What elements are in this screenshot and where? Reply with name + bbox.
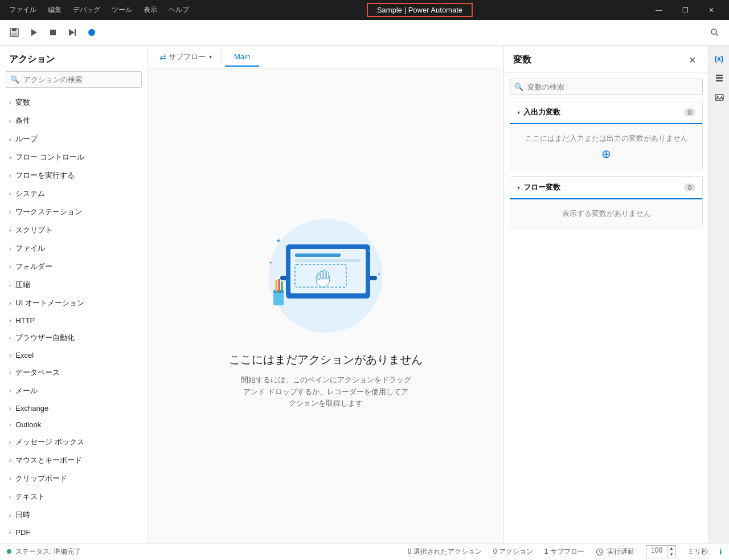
right-rail: {x}	[708, 46, 729, 543]
action-item-flow-control[interactable]: › フロー コントロール	[0, 148, 148, 166]
maximize-button[interactable]: ❐	[672, 0, 698, 20]
run-button[interactable]	[25, 24, 42, 41]
variables-close-button[interactable]: ✕	[685, 54, 699, 67]
app-container: アクション 🔍 › 変数 › 条件 › ループ ›	[0, 20, 729, 560]
action-label: フロー コントロール	[15, 152, 84, 162]
delay-value[interactable]: 100	[646, 546, 667, 558]
flow-section-title: フロー変数	[523, 182, 684, 193]
svg-text:✦: ✦	[269, 260, 273, 265]
action-label: クリップボード	[15, 473, 67, 484]
chevron-icon: ›	[9, 282, 11, 288]
action-item-run-flow[interactable]: › フローを実行する	[0, 166, 148, 185]
action-label: PDF	[15, 528, 30, 537]
chevron-icon: ›	[9, 529, 11, 536]
flow-count-badge: 0	[684, 183, 695, 191]
action-item-folder[interactable]: › フォルダー	[0, 257, 148, 276]
menu-tools[interactable]: ツール	[107, 3, 137, 17]
menu-help[interactable]: ヘルプ	[164, 3, 194, 17]
tab-main[interactable]: Main	[225, 48, 259, 67]
empty-title: ここにはまだアクションがありません	[229, 352, 423, 367]
delay-increment-button[interactable]: ▲	[667, 546, 675, 551]
actions-list: › 変数 › 条件 › ループ › フロー コントロール › フローを実行す	[0, 93, 148, 543]
record-button[interactable]	[83, 24, 100, 41]
action-item-loop[interactable]: › ループ	[0, 130, 148, 148]
actions-search-input[interactable]	[6, 71, 142, 88]
variables-search-icon: 🔍	[514, 83, 523, 91]
svg-text:✦: ✦	[276, 237, 281, 245]
menu-view[interactable]: 表示	[139, 3, 162, 17]
action-item-mail[interactable]: › メール	[0, 382, 148, 400]
svg-point-7	[88, 29, 95, 36]
svg-rect-31	[716, 75, 723, 76]
delay-decrement-button[interactable]: ▼	[667, 552, 675, 558]
main-layout: アクション 🔍 › 変数 › 条件 › ループ ›	[0, 46, 729, 543]
layers-rail-button[interactable]	[711, 70, 728, 87]
action-item-script[interactable]: › スクリプト	[0, 221, 148, 239]
action-item-outlook[interactable]: › Outlook	[0, 416, 148, 433]
chevron-icon: ›	[9, 173, 11, 179]
action-item-text[interactable]: › テキスト	[0, 488, 148, 506]
action-label: データベース	[15, 367, 60, 378]
svg-rect-19	[323, 270, 326, 279]
action-label: ファイル	[15, 243, 45, 254]
action-item-database[interactable]: › データベース	[0, 363, 148, 382]
action-item-datetime[interactable]: › 日時	[0, 506, 148, 524]
toolbar-search-button[interactable]	[706, 24, 723, 41]
action-label: マウスとキーボード	[15, 455, 82, 465]
action-item-conditions[interactable]: › 条件	[0, 112, 148, 130]
menu-file[interactable]: ファイル	[5, 3, 41, 17]
menu-debug[interactable]: デバッグ	[68, 3, 105, 17]
delay-input-box: 100 ▲ ▼	[646, 545, 676, 558]
chevron-icon: ›	[9, 154, 11, 161]
action-label: ループ	[15, 134, 38, 144]
action-item-workstation[interactable]: › ワークステーション	[0, 203, 148, 221]
action-item-pdf[interactable]: › PDF	[0, 524, 148, 541]
svg-text:✦: ✦	[377, 272, 381, 277]
stop-button[interactable]	[44, 24, 62, 41]
flow-chevron-icon: ▾	[517, 185, 520, 191]
action-item-browser[interactable]: › ブラウザー自動化	[0, 329, 148, 347]
action-item-ui-automation[interactable]: › UI オートメーション	[0, 294, 148, 312]
image-rail-button[interactable]	[711, 89, 728, 106]
subflow-button[interactable]: ⇄ サブフロー ▾	[154, 48, 218, 66]
subflow-label: サブフロー	[169, 52, 206, 62]
action-item-file[interactable]: › ファイル	[0, 239, 148, 257]
action-item-http[interactable]: › HTTP	[0, 312, 148, 329]
next-button[interactable]	[64, 24, 81, 41]
action-item-msgbox[interactable]: › メッセージ ボックス	[0, 433, 148, 451]
action-item-system[interactable]: › システム	[0, 185, 148, 203]
close-button[interactable]: ✕	[698, 0, 724, 20]
action-item-clipboard[interactable]: › クリップボード	[0, 469, 148, 488]
selected-actions-count: 0 選択されたアクション	[408, 547, 482, 557]
chevron-icon: ›	[9, 264, 11, 270]
add-io-variable-button[interactable]: ⊕	[519, 147, 693, 161]
svg-rect-4	[50, 30, 56, 35]
action-item-compression[interactable]: › 圧縮	[0, 276, 148, 294]
center-panel: ⇄ サブフロー ▾ Main	[148, 46, 503, 543]
io-chevron-icon: ▾	[517, 109, 520, 116]
io-section-header[interactable]: ▾ 入出力変数 0	[510, 101, 702, 124]
save-button[interactable]	[6, 24, 23, 41]
menu-edit[interactable]: 編集	[43, 3, 66, 17]
chevron-icon: ›	[9, 494, 11, 500]
variables-header: 変数 ✕	[504, 46, 708, 73]
action-item-mouse-keyboard[interactable]: › マウスとキーボード	[0, 451, 148, 469]
variables-rail-button[interactable]: {x}	[711, 50, 728, 67]
variables-search-input[interactable]	[510, 79, 703, 95]
action-item-excel[interactable]: › Excel	[0, 347, 148, 363]
action-label: システム	[15, 189, 45, 199]
action-label: Outlook	[15, 420, 41, 429]
minimize-button[interactable]: —	[646, 0, 672, 20]
delay-spinners: ▲ ▼	[667, 546, 675, 558]
action-item-variables[interactable]: › 変数	[0, 93, 148, 112]
chevron-icon: ›	[9, 136, 11, 142]
window-controls: — ❐ ✕	[646, 0, 724, 20]
io-empty-message: ここにはまだ入力または出力の変数がありません	[519, 133, 693, 144]
center-tabs: ⇄ サブフロー ▾ Main	[148, 46, 503, 68]
svg-rect-18	[321, 271, 323, 279]
action-item-exchange[interactable]: › Exchange	[0, 400, 148, 416]
action-label: UI オートメーション	[15, 298, 84, 308]
info-icon[interactable]: ℹ	[719, 548, 722, 556]
flow-section-header[interactable]: ▾ フロー変数 0	[510, 177, 702, 199]
flow-section-content: 表示する変数がありません	[510, 199, 702, 228]
